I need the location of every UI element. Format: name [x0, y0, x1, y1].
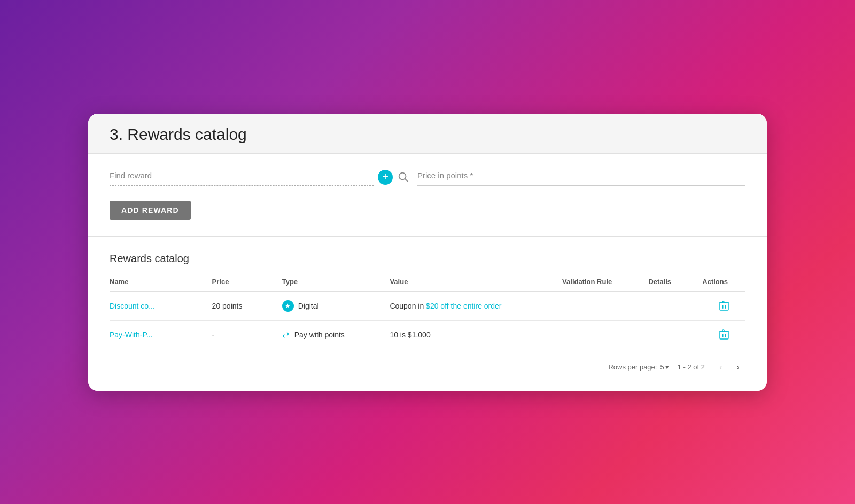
row2-type-label: Pay with points — [294, 330, 345, 339]
svg-rect-7 — [725, 334, 726, 337]
row2-validation — [562, 320, 648, 349]
exchange-icon: ⇄ — [282, 329, 289, 340]
row1-value-prefix: Coupon in — [390, 302, 426, 310]
row2-name-link[interactable]: Pay-With-P... — [110, 330, 153, 339]
col-header-value: Value — [390, 278, 562, 292]
main-card: 3. Rewards catalog Find reward + — [88, 114, 767, 391]
row1-actions — [702, 291, 745, 320]
row1-type: ★ Digital — [282, 291, 390, 320]
pagination-nav: ‹ › — [713, 360, 745, 375]
chevron-down-icon: ▾ — [665, 363, 669, 371]
table-row: Pay-With-P... - ⇄ Pay with points 10 is … — [110, 320, 745, 349]
row1-validation — [562, 291, 648, 320]
form-section: Find reward + Price in points * — [88, 154, 767, 237]
row1-details — [648, 291, 702, 320]
svg-line-1 — [405, 179, 408, 182]
page-title: 3. Rewards catalog — [110, 125, 745, 144]
page-title-section: 3. Rewards catalog — [88, 114, 767, 154]
search-icon[interactable] — [397, 171, 409, 185]
find-reward-input[interactable] — [110, 171, 374, 186]
form-row: Find reward + Price in points * — [110, 170, 745, 186]
col-header-details: Details — [648, 278, 702, 292]
svg-rect-5 — [720, 332, 728, 339]
col-header-type: Type — [282, 278, 390, 292]
find-reward-wrapper: Find reward + — [110, 170, 409, 186]
rows-per-page: Rows per page: 5 ▾ — [608, 363, 669, 371]
catalog-title: Rewards catalog — [110, 253, 745, 265]
svg-rect-6 — [722, 334, 724, 337]
row1-delete-button[interactable] — [719, 301, 729, 311]
col-header-price: Price — [212, 278, 282, 292]
row2-price: - — [212, 320, 282, 349]
col-header-name: Name — [110, 278, 212, 292]
table-header-row: Name Price Type Value Validation Rule De… — [110, 278, 745, 292]
row2-value: 10 is $1.000 — [390, 320, 562, 349]
row1-value: Coupon in $20 off the entire order — [390, 291, 562, 320]
rewards-table: Name Price Type Value Validation Rule De… — [110, 278, 745, 349]
svg-rect-4 — [725, 305, 726, 309]
col-header-validation: Validation Rule — [562, 278, 648, 292]
price-points-wrapper: Price in points * — [417, 171, 745, 186]
row2-type: ⇄ Pay with points — [282, 320, 390, 349]
row2-actions — [702, 320, 745, 349]
pagination-row: Rows per page: 5 ▾ 1 - 2 of 2 ‹ › — [110, 360, 745, 375]
row2-delete-button[interactable] — [719, 329, 729, 340]
row2-details — [648, 320, 702, 349]
prev-icon: ‹ — [719, 363, 722, 372]
table-row: Discount co... 20 points ★ Digital Coupo… — [110, 291, 745, 320]
row1-type-label: Digital — [298, 302, 319, 310]
price-in-points-input[interactable] — [417, 171, 745, 186]
prev-page-button[interactable]: ‹ — [713, 360, 728, 375]
catalog-section: Rewards catalog Name Price Type Value Va… — [88, 237, 767, 391]
add-reward-icon[interactable]: + — [378, 170, 393, 185]
row1-value-link[interactable]: $20 off the entire order — [426, 302, 501, 310]
rows-per-page-label: Rows per page: — [608, 363, 657, 371]
col-header-actions: Actions — [702, 278, 745, 292]
add-reward-button[interactable]: ADD REWARD — [110, 201, 191, 220]
next-icon: › — [736, 363, 739, 372]
rows-per-page-value: 5 — [660, 363, 664, 371]
next-page-button[interactable]: › — [730, 360, 745, 375]
digital-star-icon: ★ — [282, 300, 294, 312]
rows-per-page-select[interactable]: 5 ▾ — [660, 363, 669, 371]
svg-rect-3 — [722, 305, 724, 309]
row1-price: 20 points — [212, 291, 282, 320]
row1-name-link[interactable]: Discount co... — [110, 302, 155, 310]
find-reward-input-group: Find reward — [110, 171, 374, 186]
row2-name: Pay-With-P... — [110, 320, 212, 349]
pagination-range: 1 - 2 of 2 — [678, 363, 705, 371]
row1-name: Discount co... — [110, 291, 212, 320]
svg-rect-2 — [720, 303, 728, 310]
